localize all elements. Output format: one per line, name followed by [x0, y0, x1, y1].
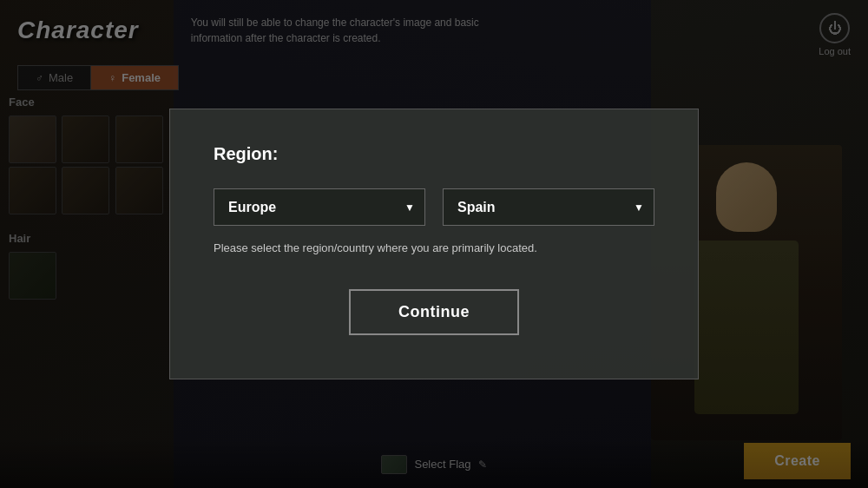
region-modal-title: Region:	[214, 144, 654, 164]
region-selects-row: Europe North America Asia South America …	[214, 188, 654, 226]
region-hint-text: Please select the region/country where y…	[214, 241, 654, 254]
region-select-wrapper: Europe North America Asia South America …	[214, 188, 425, 226]
continue-button[interactable]: Continue	[349, 289, 519, 335]
modal-overlay: Region: Europe North America Asia South …	[0, 0, 868, 488]
region-select[interactable]: Europe North America Asia South America …	[214, 188, 425, 226]
country-select-wrapper: Spain France Germany Italy Portugal ▼	[443, 188, 654, 226]
region-modal: Region: Europe North America Asia South …	[169, 109, 699, 379]
country-select[interactable]: Spain France Germany Italy Portugal	[443, 188, 654, 226]
